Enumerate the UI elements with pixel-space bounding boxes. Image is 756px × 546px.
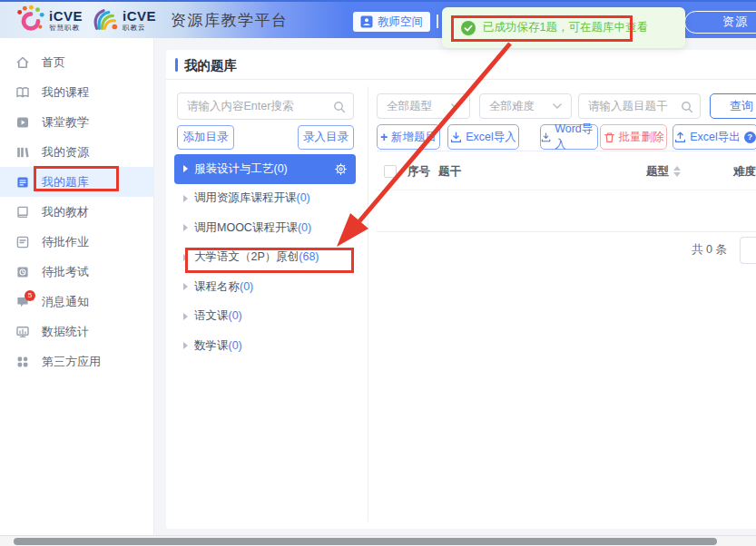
chevron-down-icon (451, 103, 460, 109)
select-all-cell (384, 151, 397, 191)
icve-flower-icon (15, 5, 45, 35)
tree-item-selected[interactable]: 服装设计与工艺(0) (174, 154, 356, 184)
toast-message: 已成功保存1题，可在题库中查看 (483, 20, 648, 35)
third-party-icon (15, 355, 30, 369)
sidebar-item-resources[interactable]: 我的资源 (0, 137, 153, 167)
page-title: 我的题库 (184, 57, 237, 74)
tree-item-label: 课程名称(0) (194, 279, 253, 295)
column-header-stem: 题干 (438, 151, 461, 191)
column-header-number: 序号 (407, 151, 430, 191)
sidebar-item-textbooks[interactable]: 我的教材 (0, 197, 153, 227)
query-label: 查询 (730, 98, 753, 114)
difficulty-value: 全部难度 (489, 99, 535, 114)
sidebar-item-label: 我的题库 (42, 174, 89, 190)
directory-search-box (177, 93, 354, 120)
chevron-down-icon (553, 103, 562, 109)
sort-icon[interactable] (673, 166, 681, 177)
sidebar-item-question-bank[interactable]: 我的题库 (0, 167, 153, 197)
tree-item-label: 数学课(0) (194, 338, 242, 354)
teacher-space-button[interactable]: 教师空间 (353, 12, 430, 32)
icve-peacock-icon (92, 6, 119, 34)
gear-icon[interactable] (335, 163, 347, 175)
classroom-icon (15, 115, 30, 130)
header-divider (437, 15, 438, 28)
add-directory-button[interactable]: 添加目录 (177, 125, 234, 150)
search-icon (681, 101, 693, 113)
tree-item-label: 调用MOOC课程开课(0) (194, 220, 311, 236)
sidebar-item-statistics[interactable]: 数据统计 (0, 317, 153, 346)
batch-delete-label: 批量删除 (619, 130, 664, 145)
expand-caret-icon[interactable] (183, 195, 188, 202)
download-icon (541, 132, 551, 143)
check-circle-icon (461, 21, 476, 35)
directory-tree: 服装设计与工艺(0) 调用资源库课程开课(0) 调用MOOC课程开课(0) 大学… (174, 154, 356, 361)
sidebar-item-homework[interactable]: 待批作业 (0, 227, 153, 257)
logo1-text: iCVE 智慧职教 (49, 9, 83, 32)
sidebar-item-label: 待批考试 (42, 264, 89, 280)
expand-caret-icon[interactable] (183, 313, 188, 320)
home-icon (15, 55, 30, 70)
help-icon[interactable]: ? (744, 132, 756, 143)
sidebar-item-label: 待批作业 (42, 234, 89, 250)
sidebar-item-classroom[interactable]: 课堂教学 (0, 107, 153, 137)
query-button[interactable]: 查询 (710, 93, 756, 119)
homework-icon (15, 235, 30, 249)
platform-title: 资源库教学平台 (171, 10, 289, 31)
tree-item[interactable]: 调用MOOC课程开课(0) (174, 213, 356, 243)
question-table-header: 序号 题干 题型 难度 (377, 151, 756, 190)
page-size-select[interactable] (740, 237, 756, 264)
logo2-sub: 职教云 (123, 24, 156, 32)
sidebar-item-label: 课堂教学 (42, 114, 89, 131)
title-accent-bar (175, 58, 178, 72)
expand-caret-icon[interactable] (183, 342, 188, 349)
sidebar-item-label: 我的资源 (42, 144, 89, 161)
word-import-label: Word导入 (555, 122, 597, 152)
word-import-button[interactable]: Word导入 (540, 124, 598, 150)
sidebar-item-label: 我的课程 (42, 84, 89, 101)
tree-item[interactable]: 数学课(0) (174, 331, 356, 361)
stem-search-box (578, 93, 701, 119)
batch-delete-button[interactable]: 批量删除 (600, 124, 667, 150)
plus-icon: + (380, 131, 388, 143)
sidebar-item-home[interactable]: 首页 (0, 47, 153, 77)
expand-caret-icon[interactable] (183, 254, 188, 261)
tree-item[interactable]: 语文课(0) (174, 302, 356, 332)
select-all-checkbox[interactable] (384, 165, 397, 178)
question-type-select[interactable]: 全部题型 (377, 93, 470, 119)
pagination-total: 共 0 条 (692, 242, 727, 258)
horizontal-scrollbar-thumb[interactable] (14, 538, 717, 545)
entry-directory-button[interactable]: 录入目录 (298, 125, 354, 150)
expand-caret-icon[interactable] (183, 283, 188, 290)
icve-zhijiaoyun-logo: iCVE 职教云 (92, 6, 156, 34)
sidebar-item-label: 我的教材 (42, 204, 89, 220)
sidebar-item-third-party[interactable]: 第三方应用 (0, 346, 153, 376)
expand-caret-icon[interactable] (183, 165, 188, 172)
directory-search-input[interactable] (178, 93, 353, 119)
tree-item[interactable]: 课程名称(0) (174, 272, 356, 302)
entry-directory-label: 录入目录 (303, 130, 349, 145)
resource-pill-button[interactable]: 资源 (684, 11, 756, 34)
teacher-space-label: 教师空间 (378, 15, 423, 30)
difficulty-select[interactable]: 全部难度 (479, 93, 572, 119)
sidebar-item-courses[interactable]: 我的课程 (0, 77, 153, 107)
add-question-label: 新增题目 (391, 130, 437, 145)
excel-import-button[interactable]: Excel导入 (447, 124, 519, 150)
sidebar-item-exams[interactable]: 待批考试 (0, 257, 153, 287)
excel-export-button[interactable]: Excel导出 ? (673, 124, 756, 150)
sidebar-nav: 首页 我的课程 课堂教学 我的资源 我的题库 (0, 38, 154, 535)
header-logos: iCVE 智慧职教 iCVE 职教云 资源库教学平台 (15, 5, 289, 35)
expand-caret-icon[interactable] (183, 224, 188, 231)
logo1-brand: iCVE (49, 9, 83, 23)
column-header-type[interactable]: 题型 (646, 151, 681, 191)
textbook-icon (15, 205, 30, 219)
add-question-button[interactable]: + 新增题目 (377, 124, 440, 150)
sidebar-item-messages[interactable]: 5 消息通知 (0, 287, 153, 317)
logo1-sub: 智慧职教 (49, 24, 83, 32)
tree-item[interactable]: 调用资源库课程开课(0) (174, 184, 356, 214)
app-window: iCVE 智慧职教 iCVE 职教云 资源库教学平台 (0, 0, 756, 546)
message-icon: 5 (15, 295, 30, 309)
question-type-value: 全部题型 (387, 99, 432, 114)
table-body-bottom-border (377, 231, 756, 232)
tree-item-annotated[interactable]: 大学语文（2P）原创(68) (174, 243, 356, 273)
stats-icon (15, 325, 30, 339)
